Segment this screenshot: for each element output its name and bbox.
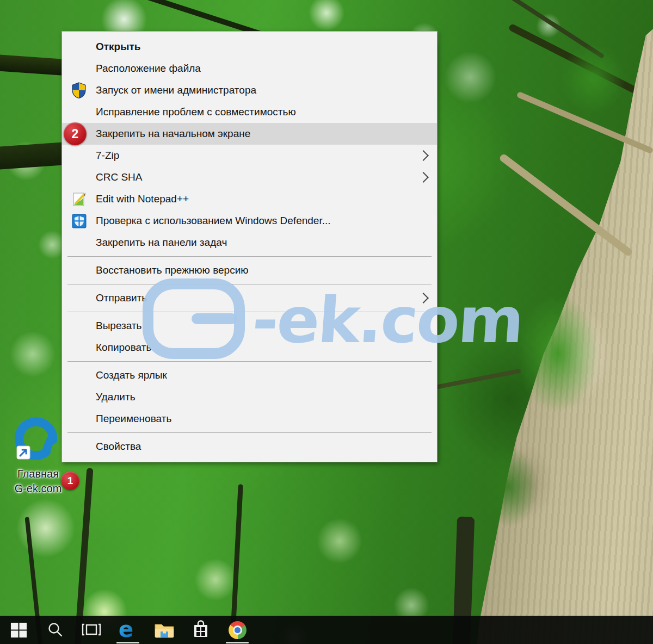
chrome-icon [229,621,247,639]
menu-item-label: Запуск от имени администратора [96,84,256,96]
taskbar-button-chrome[interactable] [224,616,250,644]
leaf-clump [560,44,626,114]
edge-icon: e [118,619,138,641]
windows-defender-icon [71,213,87,229]
taskbar-button-edge[interactable]: e [115,616,141,644]
menu-item[interactable]: Удалить [62,386,437,408]
start-icon [10,621,28,639]
g-ek-logo-icon [13,412,64,463]
menu-item[interactable]: Создать ярлык [62,364,437,386]
menu-item-label: Восстановить прежнюю версию [96,264,249,276]
notepad-plus-plus-icon [71,191,87,207]
search-icon [47,622,63,638]
windows-defender-icon [72,214,87,228]
leaf-clump [479,446,539,528]
menu-separator [67,358,432,364]
active-app-indicator [116,642,139,643]
menu-separator [67,309,432,315]
menu-item-label: Отправить [96,292,147,304]
menu-item[interactable]: Исправление проблем с совместимостью [62,101,437,123]
uac-shield-icon [71,82,87,98]
taskbar-button-task-view[interactable] [78,616,104,644]
menu-item[interactable]: Копировать [62,337,437,358]
taskbar-button-file-explorer[interactable] [151,616,177,644]
menu-item[interactable]: 7-Zip [62,145,437,166]
menu-item[interactable]: Восстановить прежнюю версию [62,259,437,281]
menu-item[interactable]: Закрепить на начальном экране2 [62,123,437,145]
submenu-chevron-icon [418,172,429,183]
desktop: Главная G-ek.com 1 ОткрытьРасположение ф… [0,0,653,644]
menu-item-label: Создать ярлык [96,369,167,381]
annotation-badge-1: 1 [61,472,79,490]
menu-item-label: Расположение файла [96,63,201,75]
uac-shield-icon [71,82,87,98]
menu-item-label: CRC SHA [96,171,143,183]
menu-item-label: Переименовать [96,413,171,425]
menu-item[interactable]: Переименовать [62,408,437,430]
notepad-plus-plus-icon [71,191,87,207]
menu-item-label: Вырезать [96,320,142,332]
menu-item-label: Удалить [96,391,135,403]
taskbar-button-store[interactable] [188,616,214,644]
svg-text:e: e [119,619,133,641]
menu-item[interactable]: Расположение файла [62,58,437,79]
menu-item[interactable]: Отправить [62,287,437,309]
context-menu: ОткрытьРасположение файла Запуск от имен… [61,31,438,462]
menu-item-label: Edit with Notepad++ [96,193,189,205]
menu-separator [67,430,432,436]
menu-item-label: Свойства [96,441,141,453]
menu-separator [67,281,432,287]
leaf-clump [517,294,599,413]
active-app-indicator [226,642,249,643]
shortcut-arrow-icon [17,446,30,459]
taskbar: e [0,616,653,644]
menu-item[interactable]: Проверка с использованием Windows Defend… [62,210,437,232]
menu-item-label: 7-Zip [96,150,119,162]
menu-item-label: Проверка с использованием Windows Defend… [96,215,331,227]
menu-item[interactable]: Вырезать [62,315,437,337]
task-view-icon [82,622,101,638]
menu-separator [67,253,432,259]
taskbar-button-search[interactable] [42,616,68,644]
menu-item[interactable]: Открыть [62,36,437,58]
menu-item[interactable]: CRC SHA [62,166,437,188]
menu-item-label: Исправление проблем с совместимостью [96,106,296,118]
menu-item-label: Открыть [96,41,140,53]
menu-item[interactable]: Закрепить на панели задач [62,232,437,253]
menu-item[interactable]: Запуск от имени администратора [62,79,437,101]
submenu-chevron-icon [418,150,429,161]
menu-item[interactable]: Edit with Notepad++ [62,188,437,210]
submenu-chevron-icon [418,293,429,304]
menu-item-label: Закрепить на панели задач [96,237,227,249]
annotation-badge-2: 2 [64,122,87,145]
file-explorer-icon [154,621,175,639]
menu-item-label: Закрепить на начальном экране [96,128,250,140]
menu-item-label: Копировать [96,342,151,354]
menu-item[interactable]: Свойства [62,436,437,457]
store-icon [192,620,210,640]
taskbar-button-start[interactable] [5,616,32,644]
